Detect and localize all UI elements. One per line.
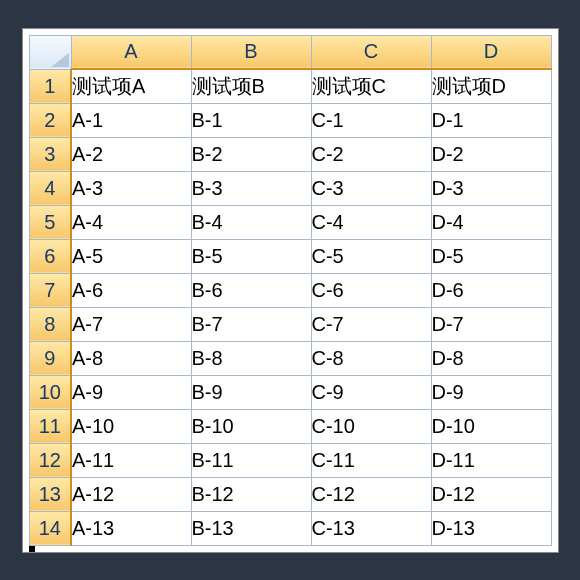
column-header-B[interactable]: B [191, 35, 311, 69]
cell-B6[interactable]: B-5 [191, 239, 311, 273]
cell-C2[interactable]: C-1 [311, 103, 431, 137]
cell-B11[interactable]: B-10 [191, 409, 311, 443]
cell-B3[interactable]: B-2 [191, 137, 311, 171]
cell-B5[interactable]: B-4 [191, 205, 311, 239]
row-header-11[interactable]: 11 [29, 409, 71, 443]
cell-A13[interactable]: A-12 [71, 477, 191, 511]
spreadsheet-frame: ABCD1测试项A测试项B测试项C测试项D2A-1B-1C-1D-13A-2B-… [22, 28, 559, 553]
cell-D5[interactable]: D-4 [431, 205, 551, 239]
cell-C1[interactable]: 测试项C [311, 69, 431, 103]
cell-B9[interactable]: B-8 [191, 341, 311, 375]
row-header-5[interactable]: 5 [29, 205, 71, 239]
cell-A12[interactable]: A-11 [71, 443, 191, 477]
spreadsheet-grid[interactable]: ABCD1测试项A测试项B测试项C测试项D2A-1B-1C-1D-13A-2B-… [29, 35, 552, 546]
cell-C7[interactable]: C-6 [311, 273, 431, 307]
cell-A1[interactable]: 测试项A [71, 69, 191, 103]
cell-B13[interactable]: B-12 [191, 477, 311, 511]
cell-D7[interactable]: D-6 [431, 273, 551, 307]
cell-D12[interactable]: D-11 [431, 443, 551, 477]
cell-A6[interactable]: A-5 [71, 239, 191, 273]
cell-C4[interactable]: C-3 [311, 171, 431, 205]
cell-D8[interactable]: D-7 [431, 307, 551, 341]
cell-C10[interactable]: C-9 [311, 375, 431, 409]
row-header-4[interactable]: 4 [29, 171, 71, 205]
row-header-10[interactable]: 10 [29, 375, 71, 409]
cell-A9[interactable]: A-8 [71, 341, 191, 375]
cell-A10[interactable]: A-9 [71, 375, 191, 409]
row-header-14[interactable]: 14 [29, 511, 71, 545]
cell-C12[interactable]: C-11 [311, 443, 431, 477]
cell-A7[interactable]: A-6 [71, 273, 191, 307]
active-cell-indicator [29, 546, 33, 550]
cell-D2[interactable]: D-1 [431, 103, 551, 137]
select-all-corner[interactable] [29, 35, 71, 69]
row-header-12[interactable]: 12 [29, 443, 71, 477]
cell-D11[interactable]: D-10 [431, 409, 551, 443]
select-all-triangle-icon [51, 53, 69, 67]
cell-D13[interactable]: D-12 [431, 477, 551, 511]
cell-D1[interactable]: 测试项D [431, 69, 551, 103]
cell-B7[interactable]: B-6 [191, 273, 311, 307]
cell-C5[interactable]: C-4 [311, 205, 431, 239]
cell-B14[interactable]: B-13 [191, 511, 311, 545]
cell-B4[interactable]: B-3 [191, 171, 311, 205]
cell-D14[interactable]: D-13 [431, 511, 551, 545]
cell-A2[interactable]: A-1 [71, 103, 191, 137]
cell-B12[interactable]: B-11 [191, 443, 311, 477]
cell-C13[interactable]: C-12 [311, 477, 431, 511]
cell-C8[interactable]: C-7 [311, 307, 431, 341]
cell-C11[interactable]: C-10 [311, 409, 431, 443]
cell-D4[interactable]: D-3 [431, 171, 551, 205]
column-header-C[interactable]: C [311, 35, 431, 69]
cell-A11[interactable]: A-10 [71, 409, 191, 443]
cell-A4[interactable]: A-3 [71, 171, 191, 205]
selection-outline [29, 546, 35, 552]
cell-C3[interactable]: C-2 [311, 137, 431, 171]
row-header-2[interactable]: 2 [29, 103, 71, 137]
cell-A8[interactable]: A-7 [71, 307, 191, 341]
cell-B1[interactable]: 测试项B [191, 69, 311, 103]
row-header-6[interactable]: 6 [29, 239, 71, 273]
cell-A5[interactable]: A-4 [71, 205, 191, 239]
cell-D10[interactable]: D-9 [431, 375, 551, 409]
row-header-8[interactable]: 8 [29, 307, 71, 341]
cell-B8[interactable]: B-7 [191, 307, 311, 341]
row-header-7[interactable]: 7 [29, 273, 71, 307]
cell-B2[interactable]: B-1 [191, 103, 311, 137]
row-header-13[interactable]: 13 [29, 477, 71, 511]
cell-D6[interactable]: D-5 [431, 239, 551, 273]
cell-A3[interactable]: A-2 [71, 137, 191, 171]
row-header-3[interactable]: 3 [29, 137, 71, 171]
cell-B10[interactable]: B-9 [191, 375, 311, 409]
spreadsheet-grid-wrap: ABCD1测试项A测试项B测试项C测试项D2A-1B-1C-1D-13A-2B-… [29, 35, 552, 546]
cell-D3[interactable]: D-2 [431, 137, 551, 171]
column-header-D[interactable]: D [431, 35, 551, 69]
row-header-1[interactable]: 1 [29, 69, 71, 103]
cell-D9[interactable]: D-8 [431, 341, 551, 375]
cell-C9[interactable]: C-8 [311, 341, 431, 375]
cell-C6[interactable]: C-5 [311, 239, 431, 273]
cell-A14[interactable]: A-13 [71, 511, 191, 545]
row-header-9[interactable]: 9 [29, 341, 71, 375]
cell-C14[interactable]: C-13 [311, 511, 431, 545]
column-header-A[interactable]: A [71, 35, 191, 69]
